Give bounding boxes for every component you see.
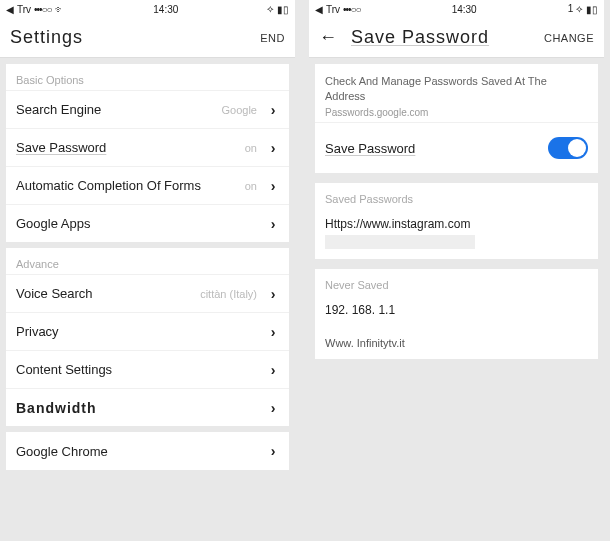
status-bar: ◀ Trv •••○○ ᯤ 14:30 ⟡ ▮▯ (0, 0, 295, 18)
status-bar: ◀ Trv •••○○ 14:30 1 ⟡ ▮▯ (309, 0, 604, 18)
google-apps-row[interactable]: Google Apps › (6, 204, 289, 242)
voice-search-row[interactable]: Voice Search cittàn (Italy) › (6, 274, 289, 312)
settings-screen: ◀ Trv •••○○ ᯤ 14:30 ⟡ ▮▯ Settings END Ba… (0, 0, 295, 541)
saved-passwords-header: Saved Passwords (325, 193, 588, 205)
chevron-right-icon: › (267, 400, 279, 416)
row-label: Google Chrome (16, 444, 267, 459)
row-value: on (245, 180, 257, 192)
privacy-row[interactable]: Privacy › (6, 312, 289, 350)
saved-passwords-card: Saved Passwords Https://www.instagram.co… (315, 183, 598, 259)
carrier-label: Trv (326, 4, 340, 15)
chevron-right-icon: › (267, 102, 279, 118)
chevron-right-icon: › (267, 216, 279, 232)
clock: 14:30 (452, 4, 477, 15)
row-value: cittàn (Italy) (200, 288, 257, 300)
settings-header: Settings END (0, 18, 295, 58)
never-saved-entry[interactable]: Www. Infinitytv.it (315, 327, 598, 359)
end-button[interactable]: END (260, 32, 285, 44)
chevron-right-icon: › (267, 443, 279, 459)
chrome-section: Google Chrome › (6, 432, 289, 470)
saved-password-entry[interactable]: Https://www.instagram.com (325, 217, 588, 231)
signal-dots: •••○○ (343, 4, 361, 15)
page-title: Settings (10, 27, 260, 48)
save-password-header: ← Save Password CHANGE (309, 18, 604, 58)
bluetooth-icon: ⟡ (267, 3, 274, 15)
never-saved-card: Never Saved 192. 168. 1.1 (315, 269, 598, 327)
content-settings-row[interactable]: Content Settings › (6, 350, 289, 388)
row-label: Bandwidth (16, 400, 267, 416)
google-chrome-row[interactable]: Google Chrome › (6, 432, 289, 470)
chevron-right-icon: › (267, 286, 279, 302)
row-label: Search Engine (16, 102, 222, 117)
save-password-toggle[interactable] (548, 137, 588, 159)
signal-icon: ◀ (6, 4, 14, 15)
signal-icon: ◀ (315, 4, 323, 15)
description-text: Check And Manage Passwords Saved At The … (325, 75, 547, 102)
battery-icon: ▮▯ (277, 4, 289, 15)
clock: 14:30 (153, 4, 178, 15)
row-value: on (245, 142, 257, 154)
passwords-link[interactable]: Passwords.google.com (325, 107, 428, 118)
row-label: Save Password (16, 140, 245, 155)
save-password-row[interactable]: Save Password on › (6, 128, 289, 166)
section-header-basic: Basic Options (6, 64, 289, 90)
autofill-row[interactable]: Automatic Completion Of Forms on › (6, 166, 289, 204)
section-header-advanced: Advance (6, 248, 289, 274)
row-label: Content Settings (16, 362, 267, 377)
row-label: Google Apps (16, 216, 267, 231)
change-button[interactable]: CHANGE (544, 32, 594, 44)
wifi-icon: ᯤ (55, 4, 65, 15)
basic-options-section: Basic Options Search Engine Google › Sav… (6, 64, 289, 242)
row-label: Automatic Completion Of Forms (16, 178, 245, 193)
save-password-toggle-row: Save Password (315, 122, 598, 173)
row-value: Google (222, 104, 257, 116)
search-engine-row[interactable]: Search Engine Google › (6, 90, 289, 128)
chevron-right-icon: › (267, 324, 279, 340)
carrier-label: Trv (17, 4, 31, 15)
chevron-right-icon: › (267, 362, 279, 378)
chevron-right-icon: › (267, 178, 279, 194)
password-mask (325, 235, 475, 249)
toggle-label: Save Password (325, 141, 548, 156)
back-arrow-icon[interactable]: ← (319, 27, 337, 48)
page-title: Save Password (351, 27, 544, 48)
row-label: Privacy (16, 324, 267, 339)
battery-icon: ▮▯ (586, 4, 598, 15)
description-block: Check And Manage Passwords Saved At The … (315, 64, 598, 122)
never-saved-header: Never Saved (325, 279, 588, 291)
chevron-right-icon: › (267, 140, 279, 156)
bandwidth-row[interactable]: Bandwidth › (6, 388, 289, 426)
save-password-screen: ◀ Trv •••○○ 14:30 1 ⟡ ▮▯ ← Save Password… (309, 0, 604, 541)
row-label: Voice Search (16, 286, 200, 301)
signal-dots: •••○○ (34, 4, 52, 15)
bluetooth-icon: 1 ⟡ (568, 3, 583, 15)
advanced-section: Advance Voice Search cittàn (Italy) › Pr… (6, 248, 289, 426)
never-saved-entry[interactable]: 192. 168. 1.1 (325, 303, 588, 317)
